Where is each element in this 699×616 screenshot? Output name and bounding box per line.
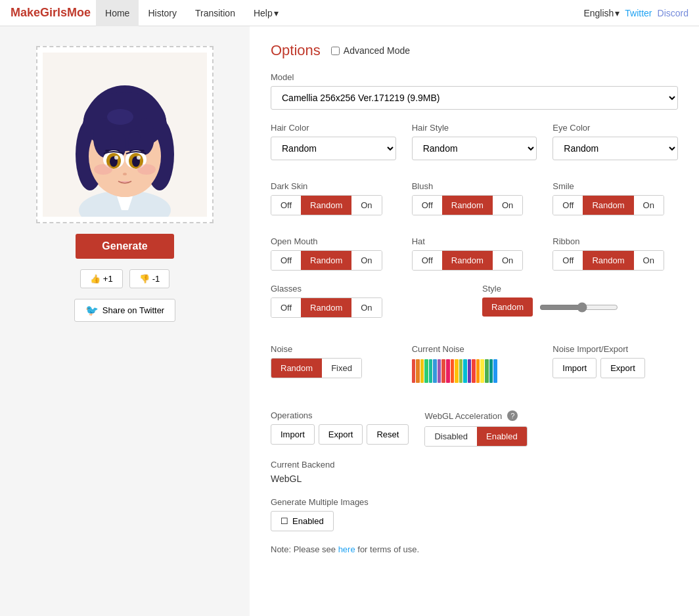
nav-history[interactable]: History (139, 0, 186, 26)
advanced-mode-checkbox[interactable] (331, 47, 340, 55)
hair-style-select[interactable]: Random (412, 137, 537, 160)
dark-skin-random[interactable]: Random (301, 196, 351, 215)
operations-reset-button[interactable]: Reset (367, 424, 409, 445)
glasses-random[interactable]: Random (301, 298, 351, 317)
noise-toggle: Random Fixed (271, 358, 362, 378)
glasses-on[interactable]: On (351, 298, 381, 317)
nav-transition[interactable]: Transition (186, 0, 244, 26)
nav-home[interactable]: Home (96, 0, 139, 26)
language-selector[interactable]: English ▾ (583, 8, 620, 18)
glasses-group: Glasses Off Random On (271, 284, 466, 318)
terms-link[interactable]: here (338, 544, 355, 554)
dark-skin-off[interactable]: Off (271, 196, 301, 215)
hat-group: Hat Off Random On (412, 236, 537, 271)
style-random-btn[interactable]: Random (482, 297, 533, 317)
ribbon-group: Ribbon Off Random On (552, 236, 678, 271)
webgl-toggle: Disabled Enabled (424, 426, 527, 447)
main-layout: Generate 👍 +1 👎 -1 🐦 Share on Twitter Op… (0, 26, 699, 616)
options-title: Options (271, 42, 321, 59)
blush-on[interactable]: On (493, 196, 522, 215)
character-preview-box (36, 46, 214, 223)
webgl-help-icon[interactable]: ? (507, 410, 518, 421)
nav-help[interactable]: Help ▾ (244, 0, 288, 26)
noise-random-btn[interactable]: Random (271, 359, 322, 378)
noise-label: Noise (271, 344, 396, 354)
smile-off[interactable]: Off (553, 196, 583, 215)
blush-toggle: Off Random On (412, 195, 524, 215)
model-label: Model (271, 72, 678, 82)
operations-group: Operations Import Export Reset (271, 410, 409, 447)
hat-off[interactable]: Off (413, 251, 442, 270)
ribbon-random[interactable]: Random (583, 251, 633, 270)
eye-color-select[interactable]: Random (552, 137, 678, 160)
checkbox-icon: ☐ (281, 516, 288, 526)
noise-import-button[interactable]: Import (552, 358, 597, 378)
generate-button[interactable]: Generate (76, 234, 173, 259)
webgl-label-row: WebGL Acceleration ? (424, 410, 543, 421)
share-twitter-button[interactable]: 🐦 Share on Twitter (74, 299, 175, 322)
ribbon-on[interactable]: On (634, 251, 664, 270)
nav-twitter-link[interactable]: Twitter (625, 8, 652, 18)
downvote-button[interactable]: 👎 -1 (129, 269, 170, 288)
help-dropdown-icon: ▾ (274, 0, 279, 26)
operations-export-button[interactable]: Export (319, 424, 363, 445)
glasses-style-section: Glasses Off Random On Style Random (271, 284, 678, 331)
model-group: Model Camellia 256x256 Ver.171219 (9.9MB… (271, 72, 678, 110)
upvote-button[interactable]: 👍 +1 (80, 269, 123, 288)
svg-point-25 (94, 164, 112, 175)
generate-multiple-label: Generate Multiple Images (271, 497, 678, 507)
model-select[interactable]: Camellia 256x256 Ver.171219 (9.9MB) (271, 86, 678, 110)
ribbon-label: Ribbon (552, 236, 678, 246)
backend-label: Current Backend (271, 460, 678, 470)
blush-off[interactable]: Off (413, 196, 442, 215)
smile-random[interactable]: Random (583, 196, 633, 215)
svg-point-27 (107, 109, 133, 125)
lang-chevron-icon: ▾ (615, 8, 620, 18)
dark-skin-on[interactable]: On (351, 196, 381, 215)
noise-bars (412, 359, 497, 383)
hat-toggle: Off Random On (412, 250, 524, 271)
webgl-disabled-btn[interactable]: Disabled (425, 427, 477, 446)
blush-random[interactable]: Random (442, 196, 493, 215)
mouth-random[interactable]: Random (301, 251, 351, 270)
hair-color-label: Hair Color (271, 123, 396, 133)
hat-random[interactable]: Random (442, 251, 493, 270)
open-mouth-label: Open Mouth (271, 236, 396, 246)
hat-label: Hat (412, 236, 537, 246)
webgl-enabled-btn[interactable]: Enabled (477, 427, 527, 446)
advanced-mode-toggle[interactable]: Advanced Mode (331, 45, 410, 56)
thumbs-up-icon: 👍 (90, 274, 101, 284)
mouth-on[interactable]: On (351, 251, 381, 270)
hair-color-select[interactable]: Random (271, 137, 396, 160)
eye-color-group: Eye Color Random (552, 123, 678, 160)
nav-discord-link[interactable]: Discord (658, 8, 688, 18)
noise-import-export-group: Noise Import/Export Import Export (552, 344, 678, 384)
dark-skin-group: Dark Skin Off Random On (271, 181, 396, 215)
glasses-off[interactable]: Off (271, 298, 301, 317)
glasses-toggle: Off Random On (271, 297, 382, 318)
hair-style-label: Hair Style (412, 123, 537, 133)
noise-fixed-btn[interactable]: Fixed (322, 359, 361, 378)
options-header: Options Advanced Mode (271, 42, 678, 59)
style-slider[interactable] (539, 302, 618, 313)
skin-blush-smile-grid: Dark Skin Off Random On Blush Off Random… (271, 181, 678, 229)
eye-color-label: Eye Color (552, 123, 678, 133)
smile-on[interactable]: On (634, 196, 664, 215)
operations-import-button[interactable]: Import (271, 424, 315, 445)
svg-point-23 (137, 156, 141, 160)
noise-group: Noise Random Fixed (271, 344, 396, 384)
ribbon-off[interactable]: Off (553, 251, 583, 270)
generate-multiple-button[interactable]: ☐ Enabled (271, 511, 334, 531)
nav-links: Home History Transition Help ▾ (96, 0, 288, 26)
mouth-off[interactable]: Off (271, 251, 301, 270)
hat-on[interactable]: On (493, 251, 522, 270)
character-image (43, 53, 207, 217)
nav-right: English ▾ Twitter Discord (583, 8, 688, 18)
noise-export-button[interactable]: Export (600, 358, 645, 378)
hair-color-group: Hair Color Random (271, 123, 396, 160)
right-panel: Options Advanced Mode Model Camellia 256… (250, 26, 699, 616)
style-slider-row: Random (482, 297, 678, 317)
webgl-group: WebGL Acceleration ? Disabled Enabled (424, 410, 543, 447)
operations-label: Operations (271, 410, 409, 420)
webgl-label: WebGL Acceleration (424, 411, 502, 421)
